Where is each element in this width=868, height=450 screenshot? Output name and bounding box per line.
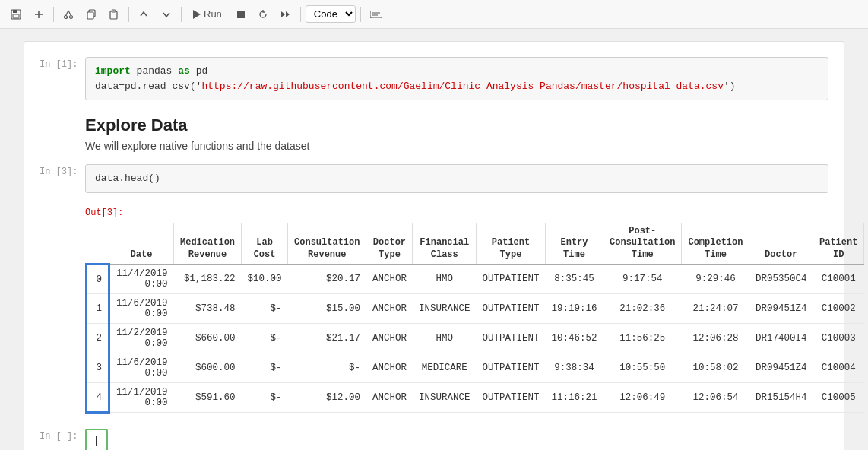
- svg-rect-12: [112, 10, 116, 12]
- cell-doc-type: ANCHOR: [366, 324, 413, 353]
- cell-entry-time: 8:35:45: [546, 265, 603, 294]
- divider5: [360, 7, 361, 22]
- cell-index: 1: [87, 294, 109, 324]
- col-header-index: [87, 223, 109, 265]
- svg-marker-15: [281, 11, 285, 17]
- col-header-entry-time: EntryTime: [546, 223, 603, 265]
- col-header-med-rev: MedicationRevenue: [174, 223, 242, 265]
- notebook: In [1]: import pandas as pd data=pd.read…: [24, 41, 844, 450]
- cell-lab-cost: $10.00: [242, 265, 288, 294]
- cell-doc-type: ANCHOR: [366, 383, 413, 413]
- divider1: [53, 7, 54, 22]
- cell-3: In [3]: data.head(): [40, 164, 828, 193]
- cell-consult-rev: $-: [288, 353, 366, 383]
- cell-post-consult: 11:56:25: [603, 324, 682, 353]
- col-header-fin-class: FinancialClass: [413, 223, 477, 265]
- move-down-button[interactable]: [157, 6, 176, 23]
- run-button[interactable]: Run: [186, 5, 229, 23]
- cell-completion: 12:06:28: [682, 324, 749, 353]
- cell-lab-cost: $-: [242, 353, 288, 383]
- copy-button[interactable]: [81, 6, 101, 23]
- cell-patient-id: C10004: [813, 353, 863, 383]
- cell-date: 11/2/20190:00: [109, 324, 174, 353]
- cell-entry-time: 9:38:34: [546, 353, 603, 383]
- svg-rect-17: [370, 11, 382, 18]
- fast-forward-button[interactable]: [276, 6, 296, 23]
- markdown-heading: Explore Data: [85, 116, 828, 135]
- restart-button[interactable]: [253, 6, 273, 23]
- cell-type-select[interactable]: Code: [306, 5, 356, 23]
- paste-button[interactable]: [104, 6, 124, 23]
- cell-fin-class: MEDICARE: [413, 353, 477, 383]
- cell-3-input[interactable]: data.head(): [85, 164, 828, 193]
- cell-doc-type: ANCHOR: [366, 353, 413, 383]
- table-row: 0 11/4/20190:00 $1,183.22 $10.00 $20.17 …: [87, 265, 864, 294]
- col-header-patient-id: PatientID: [813, 223, 863, 265]
- cell-empty: In [ ]:: [40, 429, 828, 450]
- cell-consult-rev: $21.17: [288, 324, 366, 353]
- cell-pat-type: OUTPATIENT: [477, 324, 546, 353]
- cell-1: In [1]: import pandas as pd data=pd.read…: [40, 57, 828, 100]
- cell-med-rev: $660.00: [174, 324, 242, 353]
- table-row: 2 11/2/20190:00 $660.00 $- $21.17 ANCHOR…: [87, 324, 864, 353]
- cell-date: 11/6/20190:00: [109, 294, 174, 324]
- cell-med-rev: $600.00: [174, 353, 242, 383]
- cell-doctor: DR15154H4: [749, 383, 813, 413]
- divider3: [181, 7, 182, 22]
- run-label: Run: [204, 8, 222, 20]
- cell-doctor: DR05350C4: [749, 265, 813, 294]
- cell-fin-class: HMO: [413, 265, 477, 294]
- table-row: 3 11/6/20190:00 $600.00 $- $- ANCHOR MED…: [87, 353, 864, 383]
- cell-entry-time: 10:46:52: [546, 324, 603, 353]
- col-header-date: Date: [109, 223, 174, 265]
- cell-fin-class: INSURANCE: [413, 294, 477, 324]
- table-row: 1 11/6/20190:00 $738.48 $- $15.00 ANCHOR…: [87, 294, 864, 324]
- cell-3-output: Out[3]: Date MedicationRevenue LabCost C…: [85, 205, 828, 414]
- cell-lab-cost: $-: [242, 324, 288, 353]
- cell-doctor: DR09451Z4: [749, 294, 813, 324]
- cell-patient-id: C10003: [813, 324, 863, 353]
- cell-index: 3: [87, 353, 109, 383]
- cursor: [96, 436, 97, 446]
- out-3-label: Out[3]:: [85, 205, 131, 218]
- cell-consult-rev: $12.00: [288, 383, 366, 413]
- add-cell-button[interactable]: [29, 6, 49, 23]
- csv-url: https://raw.githubusercontent.com/Gaelim…: [201, 81, 724, 92]
- cell-lab-cost: $-: [242, 294, 288, 324]
- cell-date: 11/4/20190:00: [109, 265, 174, 294]
- cell-patient-id: C10001: [813, 265, 863, 294]
- toolbar: Run Code: [0, 0, 868, 29]
- cell-completion: 21:24:07: [682, 294, 749, 324]
- cell-med-rev: $591.60: [174, 383, 242, 413]
- cell-fin-class: HMO: [413, 324, 477, 353]
- cell-completion: 10:58:02: [682, 353, 749, 383]
- cell-pat-type: OUTPATIENT: [477, 294, 546, 324]
- cell-1-input[interactable]: import pandas as pd data=pd.read_csv('ht…: [85, 57, 828, 100]
- cell-empty-input[interactable]: [85, 429, 108, 450]
- cell-patient-id: C10002: [813, 294, 863, 324]
- svg-marker-13: [193, 10, 201, 19]
- cell-doctor: DR09451Z4: [749, 353, 813, 383]
- col-header-post-consult: Post-ConsultationTime: [603, 223, 682, 265]
- cell-doc-type: ANCHOR: [366, 265, 413, 294]
- svg-rect-14: [237, 11, 245, 18]
- table-row: 4 11/1/20190:00 $591.60 $- $12.00 ANCHOR…: [87, 383, 864, 413]
- cut-button[interactable]: [59, 6, 78, 23]
- cell-index: 2: [87, 324, 109, 353]
- cell-date: 11/6/20190:00: [109, 353, 174, 383]
- divider2: [128, 7, 129, 22]
- cell-pat-type: OUTPATIENT: [477, 353, 546, 383]
- keyboard-button[interactable]: [366, 8, 387, 21]
- cell-consult-rev: $20.17: [288, 265, 366, 294]
- cell-doc-type: ANCHOR: [366, 294, 413, 324]
- svg-rect-2: [13, 14, 19, 18]
- svg-line-8: [68, 11, 71, 16]
- cell-pat-type: OUTPATIENT: [477, 383, 546, 413]
- save-button[interactable]: [6, 6, 26, 23]
- divider4: [300, 7, 301, 22]
- col-header-lab-cost: LabCost: [242, 223, 288, 265]
- stop-button[interactable]: [232, 7, 250, 22]
- cell-consult-rev: $15.00: [288, 294, 366, 324]
- move-up-button[interactable]: [134, 6, 154, 23]
- svg-rect-1: [13, 10, 17, 13]
